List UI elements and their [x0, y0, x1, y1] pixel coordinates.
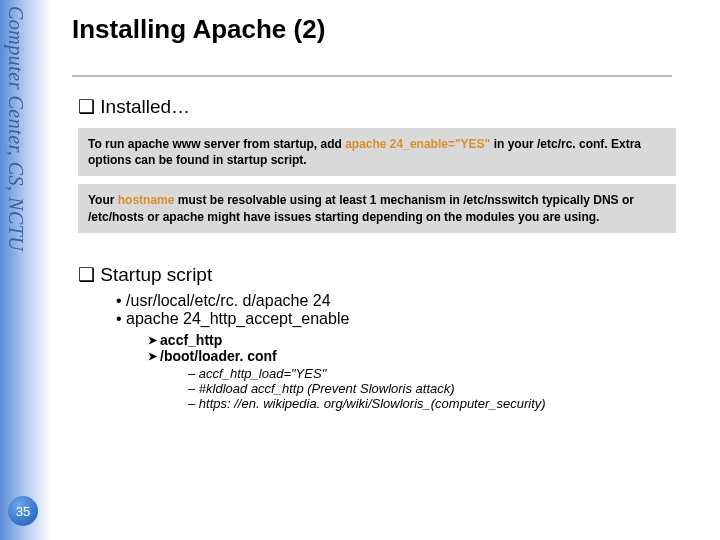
arrow-list: accf_http /boot/loader. conf: [148, 332, 704, 364]
dash-item: https: //en. wikipedia. org/wiki/Slowlor…: [188, 396, 704, 411]
bullet-list: /usr/local/etc/rc. d/apache 24 apache 24…: [116, 292, 704, 328]
bullet-item: apache 24_http_accept_enable: [116, 310, 704, 328]
section-startup-heading: Startup script: [78, 263, 704, 286]
left-rail: Computer Center, CS, NCTU: [0, 0, 50, 540]
bullet-item: /usr/local/etc/rc. d/apache 24: [116, 292, 704, 310]
arrow-item: /boot/loader. conf: [148, 348, 704, 364]
page-number-badge: 35: [8, 496, 38, 526]
arrow-item: accf_http: [148, 332, 704, 348]
box1-highlight: apache 24_enable="YES": [345, 137, 490, 151]
info-box-2: Your hostname must be resolvable using a…: [78, 184, 676, 232]
slide-content: Installing Apache (2) Installed… To run …: [72, 14, 704, 411]
box2-pre: Your: [88, 193, 118, 207]
box2-highlight: hostname: [118, 193, 175, 207]
dash-item: #kldload accf_http (Prevent Slowloris at…: [188, 381, 704, 396]
section-installed-heading: Installed…: [78, 95, 704, 118]
rail-label: Computer Center, CS, NCTU: [4, 6, 27, 251]
dash-item: accf_http_load="YES": [188, 366, 704, 381]
section-installed-text: Installed…: [100, 96, 190, 117]
dash-list: accf_http_load="YES" #kldload accf_http …: [188, 366, 704, 411]
section-startup-text: Startup script: [100, 264, 212, 285]
info-box-1: To run apache www server from startup, a…: [78, 128, 676, 176]
title-divider: [72, 75, 672, 77]
box1-pre: To run apache www server from startup, a…: [88, 137, 345, 151]
slide-title: Installing Apache (2): [72, 14, 704, 45]
